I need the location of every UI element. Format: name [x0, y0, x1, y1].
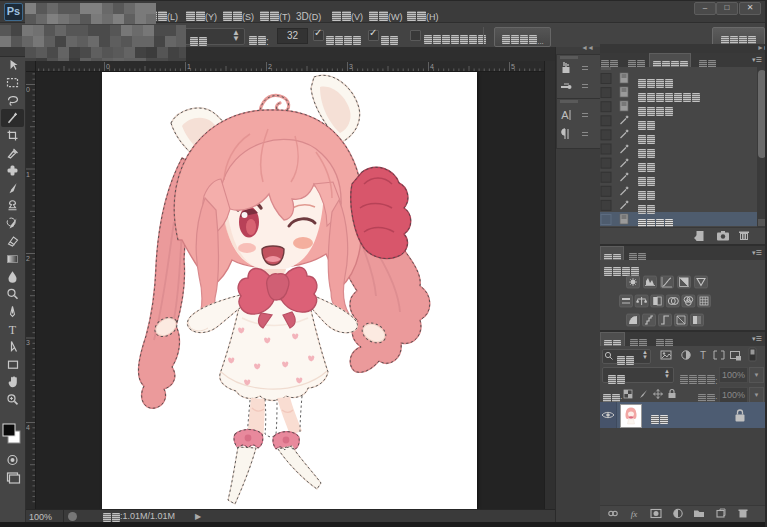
svg-text:2: 2 — [268, 63, 272, 70]
svg-text:1: 1 — [26, 171, 30, 178]
svg-text:2: 2 — [26, 255, 30, 262]
svg-text:T: T — [9, 323, 17, 337]
svg-text:3: 3 — [26, 339, 30, 346]
svg-text:3: 3 — [349, 63, 353, 70]
svg-text:4: 4 — [26, 424, 30, 431]
svg-text:fx: fx — [631, 509, 638, 519]
svg-text:5: 5 — [511, 63, 515, 70]
svg-text:1: 1 — [187, 63, 191, 70]
svg-text:0: 0 — [26, 86, 30, 93]
svg-text:0: 0 — [106, 63, 110, 70]
svg-text:T: T — [700, 350, 706, 361]
svg-text:A: A — [561, 109, 569, 121]
svg-text:4: 4 — [430, 63, 434, 70]
